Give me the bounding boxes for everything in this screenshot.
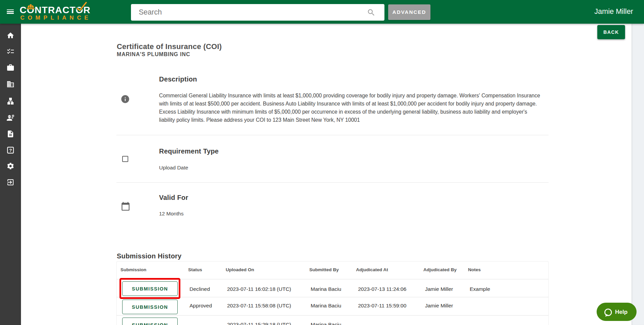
svg-text:?: ? — [9, 148, 12, 153]
